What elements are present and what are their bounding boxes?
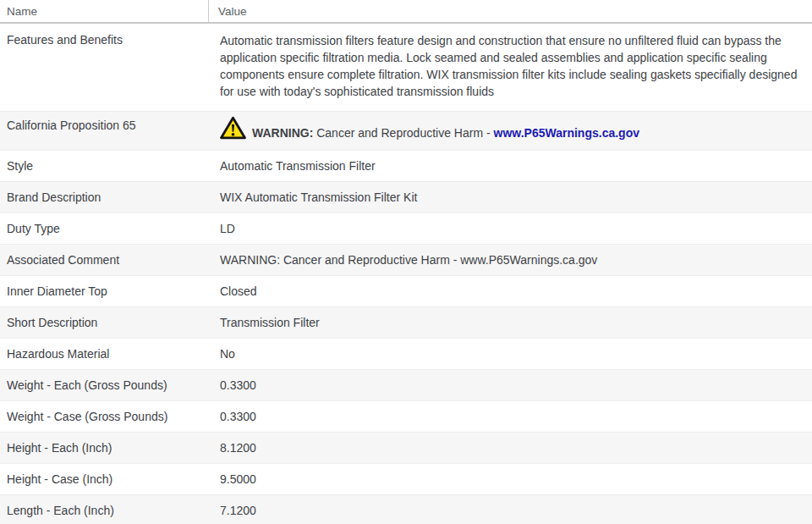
row-value: 0.3300 xyxy=(209,378,812,393)
row-value: Closed xyxy=(209,284,812,299)
row-label: Weight - Each (Gross Pounds) xyxy=(0,378,209,392)
table-row-california-proposition-65: California Proposition 65 WARNING: Cance… xyxy=(0,112,812,151)
row-value: 0.3300 xyxy=(209,410,812,424)
row-label: Style xyxy=(0,159,209,173)
row-value: 8.1200 xyxy=(209,441,812,455)
table-row-inner-diameter-top: Inner Diameter Top Closed xyxy=(0,276,812,307)
table-row-style: Style Automatic Transmission Filter xyxy=(0,151,812,182)
row-value: WIX Automatic Transmission Filter Kit xyxy=(209,190,812,205)
table-row-brand-description: Brand Description WIX Automatic Transmis… xyxy=(0,182,812,213)
product-spec-table: Name Value Features and Benefits Automat… xyxy=(0,0,812,524)
warning-message: Cancer and Reproductive Harm - xyxy=(313,126,493,140)
row-value: Transmission Filter xyxy=(209,316,812,330)
row-label: Features and Benefits xyxy=(0,24,209,47)
p65-warnings-link[interactable]: www.P65Warnings.ca.gov xyxy=(494,126,639,140)
table-row-weight-case: Weight - Case (Gross Pounds) 0.3300 xyxy=(0,401,812,433)
row-label: Weight - Case (Gross Pounds) xyxy=(0,410,209,423)
row-label: Brand Description xyxy=(0,190,209,204)
table-header-row: Name Value xyxy=(0,0,812,24)
row-value: 7.1200 xyxy=(209,504,812,518)
warning-bold-label: WARNING: xyxy=(252,126,313,140)
column-header-value: Value xyxy=(209,0,812,22)
table-row-height-case: Height - Case (Inch) 9.5000 xyxy=(0,464,812,495)
table-row-length-each: Length - Each (Inch) 7.1200 xyxy=(0,495,812,524)
table-row-associated-comment: Associated Comment WARNING: Cancer and R… xyxy=(0,245,812,276)
row-label: Inner Diameter Top xyxy=(0,284,209,298)
row-value: Automatic transmission filters feature d… xyxy=(209,24,812,100)
table-row-duty-type: Duty Type LD xyxy=(0,213,812,245)
table-row-features-and-benefits: Features and Benefits Automatic transmis… xyxy=(0,24,812,112)
row-label: Associated Comment xyxy=(0,253,209,267)
table-row-hazardous-material: Hazardous Material No xyxy=(0,339,812,370)
row-value: No xyxy=(209,347,812,361)
row-label: Height - Case (Inch) xyxy=(0,472,209,486)
table-row-weight-each: Weight - Each (Gross Pounds) 0.3300 xyxy=(0,370,812,401)
warning-triangle-icon xyxy=(220,116,246,140)
row-label: California Proposition 65 xyxy=(0,112,209,132)
row-value: WARNING: Cancer and Reproductive Harm - … xyxy=(209,253,812,268)
row-value: 9.5000 xyxy=(209,472,812,487)
row-label: Height - Each (Inch) xyxy=(0,441,209,455)
row-value: Automatic Transmission Filter xyxy=(209,159,812,174)
column-header-name: Name xyxy=(0,0,209,22)
table-row-short-description: Short Description Transmission Filter xyxy=(0,307,812,339)
prop65-warning-text: WARNING: Cancer and Reproductive Harm - … xyxy=(252,126,639,141)
row-label: Duty Type xyxy=(0,222,209,235)
row-label: Short Description xyxy=(0,316,209,329)
table-row-height-each: Height - Each (Inch) 8.1200 xyxy=(0,433,812,464)
row-value: WARNING: Cancer and Reproductive Harm - … xyxy=(209,116,812,140)
row-label: Length - Each (Inch) xyxy=(0,504,209,517)
row-label: Hazardous Material xyxy=(0,347,209,361)
row-value: LD xyxy=(209,222,812,236)
